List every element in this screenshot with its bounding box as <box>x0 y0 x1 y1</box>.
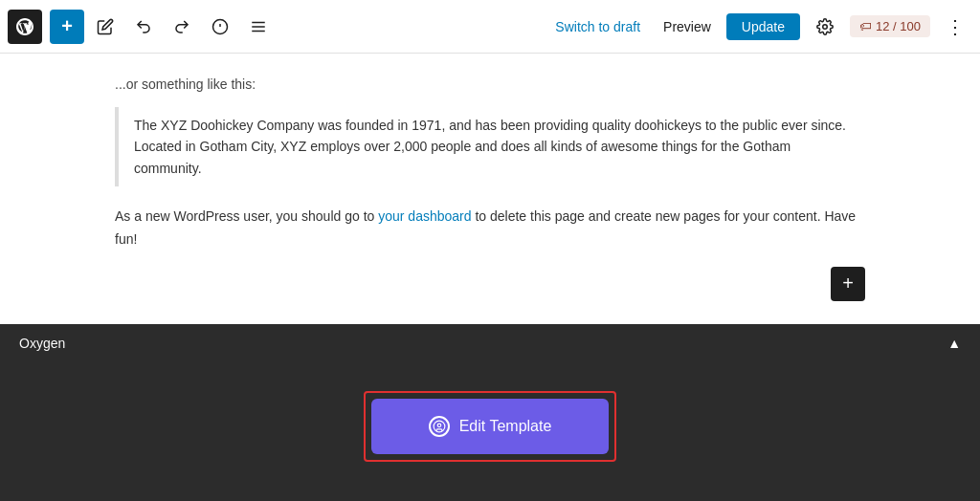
toolbar: + Switch to draft Preview Update 🏷 12 / … <box>0 0 980 54</box>
oxygen-collapse-button[interactable]: ▲ <box>947 336 961 351</box>
body-paragraph: As a new WordPress user, you should go t… <box>115 206 865 251</box>
revision-badge[interactable]: 🏷 12 / 100 <box>850 15 930 37</box>
update-button[interactable]: Update <box>726 13 800 40</box>
add-block-inline-button[interactable]: + <box>831 267 865 301</box>
switch-to-draft-button[interactable]: Switch to draft <box>547 13 648 40</box>
toolbar-left: + <box>50 10 276 44</box>
info-button[interactable] <box>203 10 237 44</box>
toolbar-right: Switch to draft Preview Update 🏷 12 / 10… <box>547 10 972 44</box>
svg-point-8 <box>437 424 441 427</box>
more-options-button[interactable]: ⋮ <box>938 10 972 44</box>
settings-gear-button[interactable] <box>808 10 842 44</box>
wp-logo[interactable] <box>8 10 42 44</box>
blockquote: The XYZ Doohickey Company was founded in… <box>115 107 865 186</box>
edit-template-button[interactable]: Edit Template <box>371 399 610 454</box>
add-block-button[interactable]: + <box>50 10 84 44</box>
add-block-row: + <box>115 267 865 301</box>
preview-button[interactable]: Preview <box>656 13 719 40</box>
undo-button[interactable] <box>126 10 161 44</box>
edit-template-label: Edit Template <box>459 418 552 435</box>
edit-pen-button[interactable] <box>88 10 122 44</box>
revision-icon: 🏷 <box>859 19 872 33</box>
oxygen-section: Oxygen ▲ Edit Template This post is bein… <box>0 324 980 501</box>
edit-template-wrapper: Edit Template <box>364 391 617 462</box>
edit-template-icon <box>429 416 450 437</box>
intro-text: ...or something like this: <box>115 76 865 92</box>
oxygen-header: Oxygen ▲ <box>0 324 980 362</box>
revision-count: 12 / 100 <box>876 19 921 33</box>
body-text-before: As a new WordPress user, you should go t… <box>115 208 378 224</box>
list-view-button[interactable] <box>241 10 276 44</box>
oxygen-section-label: Oxygen <box>19 336 65 351</box>
oxygen-body: Edit Template <box>0 362 980 500</box>
content-area: ...or something like this: The XYZ Doohi… <box>0 54 980 324</box>
svg-point-6 <box>823 24 828 29</box>
redo-button[interactable] <box>165 10 199 44</box>
dashboard-link[interactable]: your dashboard <box>378 208 471 224</box>
